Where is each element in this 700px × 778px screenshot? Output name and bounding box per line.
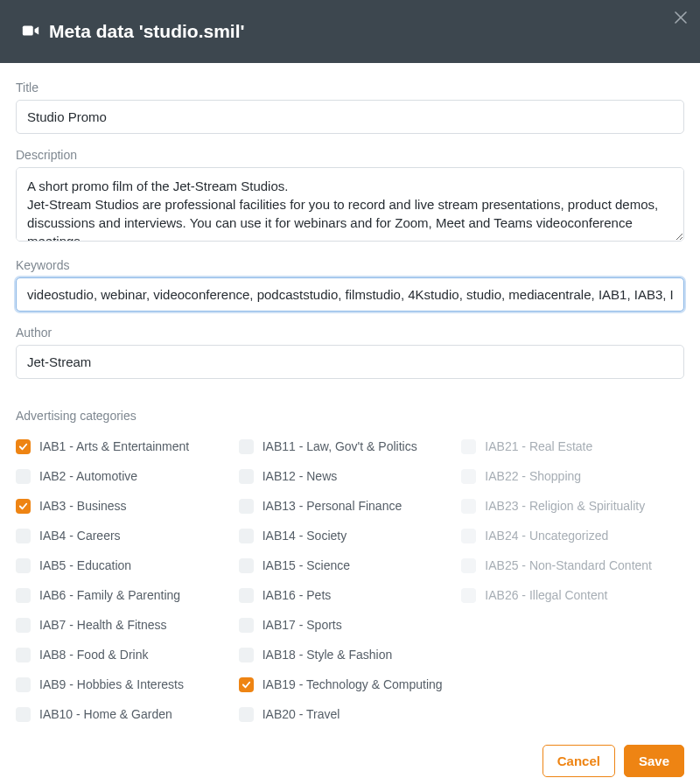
category-checkbox[interactable]: IAB15 - Science bbox=[239, 550, 462, 580]
checkbox-box bbox=[16, 707, 31, 722]
author-label: Author bbox=[16, 326, 684, 340]
checkbox-box bbox=[16, 499, 31, 514]
category-label: IAB17 - Sports bbox=[262, 618, 342, 632]
checkbox-box bbox=[461, 558, 476, 573]
checkbox-box bbox=[239, 677, 254, 692]
checkbox-box bbox=[239, 707, 254, 722]
category-checkbox[interactable]: IAB13 - Personal Finance bbox=[239, 491, 462, 521]
category-label: IAB23 - Religion & Spirituality bbox=[485, 499, 645, 513]
category-checkbox[interactable]: IAB1 - Arts & Entertainment bbox=[16, 431, 239, 461]
save-button[interactable]: Save bbox=[624, 745, 684, 777]
category-checkbox[interactable]: IAB12 - News bbox=[239, 461, 462, 491]
category-label: IAB18 - Style & Fashion bbox=[262, 648, 393, 662]
checkbox-box bbox=[239, 499, 254, 514]
modal-title: Meta data 'studio.smil' bbox=[49, 21, 245, 42]
category-label: IAB14 - Society bbox=[262, 529, 347, 543]
description-input[interactable] bbox=[16, 167, 684, 242]
category-checkbox[interactable]: IAB19 - Technology & Computing bbox=[239, 669, 462, 699]
category-label: IAB19 - Technology & Computing bbox=[262, 677, 443, 691]
modal-footer: Cancel Save bbox=[0, 745, 700, 777]
category-label: IAB15 - Science bbox=[262, 558, 350, 572]
category-checkbox[interactable]: IAB7 - Health & Fitness bbox=[16, 610, 239, 640]
category-label: IAB25 - Non-Standard Content bbox=[485, 558, 652, 572]
category-checkbox[interactable]: IAB16 - Pets bbox=[239, 580, 462, 610]
checkbox-box bbox=[16, 648, 31, 662]
category-label: IAB20 - Travel bbox=[262, 707, 340, 721]
close-button[interactable] bbox=[670, 7, 691, 28]
field-group-keywords: Keywords bbox=[16, 258, 684, 312]
category-checkbox[interactable]: IAB10 - Home & Garden bbox=[16, 699, 239, 729]
checkbox-box bbox=[239, 558, 254, 573]
category-checkbox[interactable]: IAB4 - Careers bbox=[16, 521, 239, 550]
category-checkbox[interactable]: IAB3 - Business bbox=[16, 491, 239, 521]
cancel-button[interactable]: Cancel bbox=[542, 745, 615, 777]
check-icon bbox=[242, 680, 251, 690]
checkbox-box bbox=[239, 648, 254, 662]
categories-col-3: IAB21 - Real EstateIAB22 - ShoppingIAB23… bbox=[461, 431, 684, 729]
category-label: IAB12 - News bbox=[262, 469, 338, 483]
checkbox-box bbox=[16, 529, 31, 543]
category-label: IAB7 - Health & Fitness bbox=[39, 618, 167, 632]
category-label: IAB26 - Illegal Content bbox=[485, 588, 607, 602]
category-checkbox: IAB25 - Non-Standard Content bbox=[461, 550, 684, 580]
checkbox-box bbox=[16, 618, 31, 633]
category-checkbox[interactable]: IAB11 - Law, Gov't & Politics bbox=[239, 431, 462, 461]
category-checkbox[interactable]: IAB14 - Society bbox=[239, 521, 462, 550]
checkbox-box bbox=[239, 439, 254, 454]
category-checkbox[interactable]: IAB9 - Hobbies & Interests bbox=[16, 669, 239, 699]
category-label: IAB5 - Education bbox=[39, 558, 131, 572]
category-checkbox: IAB26 - Illegal Content bbox=[461, 580, 684, 610]
checkbox-box bbox=[461, 499, 476, 514]
category-checkbox[interactable]: IAB17 - Sports bbox=[239, 610, 462, 640]
category-label: IAB22 - Shopping bbox=[485, 469, 581, 483]
checkbox-box bbox=[461, 588, 476, 603]
category-label: IAB11 - Law, Gov't & Politics bbox=[262, 439, 417, 453]
category-checkbox[interactable]: IAB20 - Travel bbox=[239, 699, 462, 729]
checkbox-box bbox=[239, 529, 254, 543]
category-label: IAB3 - Business bbox=[39, 499, 127, 513]
advertising-section-label: Advertising categories bbox=[16, 409, 684, 423]
category-checkbox[interactable]: IAB18 - Style & Fashion bbox=[239, 640, 462, 669]
description-label: Description bbox=[16, 148, 684, 162]
author-input[interactable] bbox=[16, 345, 684, 379]
category-checkbox[interactable]: IAB8 - Food & Drink bbox=[16, 640, 239, 669]
category-label: IAB9 - Hobbies & Interests bbox=[39, 677, 184, 691]
category-label: IAB1 - Arts & Entertainment bbox=[39, 439, 189, 453]
category-label: IAB21 - Real Estate bbox=[485, 439, 592, 453]
category-label: IAB2 - Automotive bbox=[39, 469, 137, 483]
keywords-label: Keywords bbox=[16, 258, 684, 272]
modal-header: Meta data 'studio.smil' bbox=[0, 0, 700, 63]
checkbox-box bbox=[239, 618, 254, 633]
category-checkbox[interactable]: IAB2 - Automotive bbox=[16, 461, 239, 491]
check-icon bbox=[18, 501, 28, 511]
checkbox-box bbox=[239, 588, 254, 603]
category-label: IAB10 - Home & Garden bbox=[39, 707, 172, 721]
advertising-categories: IAB1 - Arts & EntertainmentIAB2 - Automo… bbox=[16, 431, 684, 729]
categories-col-1: IAB1 - Arts & EntertainmentIAB2 - Automo… bbox=[16, 431, 239, 729]
close-icon bbox=[675, 11, 687, 24]
check-icon bbox=[18, 442, 28, 452]
checkbox-box bbox=[16, 469, 31, 484]
checkbox-box bbox=[239, 469, 254, 484]
checkbox-box bbox=[461, 439, 476, 454]
category-checkbox[interactable]: IAB5 - Education bbox=[16, 550, 239, 580]
svg-rect-0 bbox=[23, 25, 33, 35]
keywords-input[interactable] bbox=[16, 277, 684, 312]
checkbox-box bbox=[16, 558, 31, 573]
category-label: IAB8 - Food & Drink bbox=[39, 648, 149, 662]
category-checkbox: IAB21 - Real Estate bbox=[461, 431, 684, 461]
modal-body: Title Description Keywords Author Advert… bbox=[0, 63, 700, 745]
title-label: Title bbox=[16, 81, 684, 95]
video-icon bbox=[21, 21, 40, 43]
field-group-description: Description bbox=[16, 148, 684, 244]
category-checkbox: IAB24 - Uncategorized bbox=[461, 521, 684, 550]
title-input[interactable] bbox=[16, 100, 684, 134]
checkbox-box bbox=[16, 588, 31, 603]
field-group-title: Title bbox=[16, 81, 684, 134]
checkbox-box bbox=[461, 529, 476, 543]
category-label: IAB4 - Careers bbox=[39, 529, 121, 543]
checkbox-box bbox=[16, 677, 31, 692]
category-checkbox[interactable]: IAB6 - Family & Parenting bbox=[16, 580, 239, 610]
category-label: IAB24 - Uncategorized bbox=[485, 529, 608, 543]
category-checkbox: IAB22 - Shopping bbox=[461, 461, 684, 491]
